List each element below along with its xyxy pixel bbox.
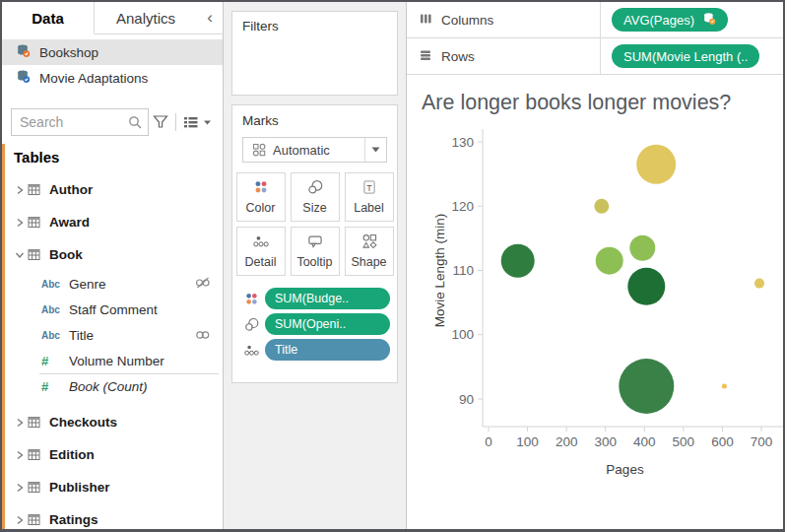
- columns-pill[interactable]: AVG(Pages): [612, 8, 728, 32]
- tab-data[interactable]: Data: [2, 2, 95, 34]
- chevron-right-icon[interactable]: [12, 217, 28, 229]
- search-box: [11, 108, 149, 136]
- field-label: Genre: [69, 277, 106, 292]
- marks-title: Marks: [239, 112, 390, 137]
- table-row-publisher[interactable]: Publisher: [2, 471, 223, 503]
- field-row-title[interactable]: AbcTitle: [2, 322, 223, 348]
- x-tick-label: 300: [594, 434, 617, 449]
- left-accent-bar: [2, 144, 5, 529]
- table-row-award[interactable]: Award: [2, 206, 223, 238]
- scatter-plot: 901001101201300100200300400500600700Movi…: [407, 123, 783, 490]
- spacer: [2, 399, 223, 406]
- filter-fields-icon[interactable]: [149, 114, 172, 129]
- field-row-genre[interactable]: AbcGenre: [2, 271, 223, 297]
- field-label: Title: [69, 328, 94, 343]
- field-row-staff-comment[interactable]: AbcStaff Comment: [2, 297, 223, 322]
- scatter-bubble[interactable]: [596, 247, 623, 275]
- x-tick-label: 0: [485, 434, 492, 449]
- table-row-book[interactable]: Book: [2, 238, 223, 271]
- chevron-right-icon[interactable]: [12, 514, 28, 526]
- connection-label: Movie Adaptations: [39, 71, 148, 86]
- scatter-bubble[interactable]: [594, 199, 609, 214]
- x-tick-label: 500: [673, 434, 695, 449]
- table-icon: [28, 216, 49, 229]
- chevron-right-icon[interactable]: [12, 482, 28, 494]
- scatter-bubble[interactable]: [636, 145, 676, 184]
- y-tick-label: 130: [451, 135, 474, 150]
- rows-shelf-label: Rows: [441, 49, 475, 64]
- connection-movie-adaptations[interactable]: Movie Adaptations: [2, 65, 223, 91]
- x-axis-title: Pages: [606, 462, 644, 477]
- scatter-bubble[interactable]: [754, 279, 764, 289]
- detail-button[interactable]: Detail: [236, 227, 286, 276]
- table-row-edition[interactable]: Edition: [2, 438, 223, 471]
- scatter-bubble[interactable]: [629, 235, 655, 261]
- scatter-bubble[interactable]: [501, 244, 535, 278]
- table-label: Author: [49, 182, 93, 197]
- rows-pill[interactable]: SUM(Movie Length (..: [612, 44, 759, 68]
- view-options-icon[interactable]: [179, 115, 217, 129]
- x-tick-label: 700: [751, 434, 773, 449]
- scatter-bubble[interactable]: [619, 359, 674, 414]
- table-icon: [28, 481, 49, 494]
- table-label: Award: [49, 215, 90, 230]
- field-row-volume-number[interactable]: #Volume Number: [2, 348, 223, 373]
- table-label: Edition: [49, 447, 95, 462]
- field-row-book-count[interactable]: #Book (Count): [2, 373, 223, 399]
- filters-shelf[interactable]: Filters: [231, 11, 398, 96]
- label-button[interactable]: T Label: [345, 172, 394, 222]
- columns-icon: [419, 12, 432, 29]
- color-icon: [253, 179, 269, 198]
- chevron-down-icon[interactable]: [12, 249, 28, 261]
- table-icon: [28, 448, 49, 461]
- table-row-author[interactable]: Author: [2, 173, 223, 206]
- mark-type-dropdown[interactable]: Automatic: [242, 137, 387, 163]
- x-tick-label: 400: [633, 434, 656, 449]
- tooltip-button[interactable]: Tooltip: [291, 227, 340, 276]
- worksheet-view: Are longer books longer movies? 90100110…: [407, 75, 783, 529]
- detail-icon: [253, 233, 269, 252]
- chevron-right-icon[interactable]: [12, 184, 28, 196]
- table-label: Ratings: [49, 512, 98, 527]
- chevron-right-icon[interactable]: [12, 449, 28, 461]
- rows-icon: [419, 48, 432, 65]
- pane-tabbar: Data Analytics ‹: [2, 2, 223, 34]
- columns-pill-area: AVG(Pages): [600, 2, 783, 37]
- table-icon: [28, 248, 49, 261]
- shelf-panel: Filters Marks Automatic Color Size T Lab…: [224, 2, 407, 529]
- marks-pill[interactable]: SUM(Openi..: [265, 313, 390, 335]
- size-button[interactable]: Size: [291, 172, 340, 222]
- mark-type-value: Automatic: [273, 143, 330, 158]
- text-datatype-icon: Abc: [41, 279, 69, 290]
- rows-shelf[interactable]: Rows SUM(Movie Length (..: [407, 38, 783, 75]
- chart-title[interactable]: Are longer books longer movies?: [422, 88, 747, 118]
- table-icon: [28, 416, 49, 429]
- rows-pill-label: SUM(Movie Length (..: [623, 49, 748, 64]
- scatter-bubble[interactable]: [722, 384, 727, 389]
- link-icon: [195, 328, 211, 343]
- text-datatype-icon: Abc: [41, 330, 69, 341]
- color-button[interactable]: Color: [236, 172, 286, 222]
- chevron-right-icon[interactable]: [12, 417, 28, 429]
- marks-pill[interactable]: Title: [265, 339, 390, 361]
- columns-shelf[interactable]: Columns AVG(Pages): [407, 2, 783, 38]
- shape-button[interactable]: Shape: [345, 227, 394, 276]
- table-row-checkouts[interactable]: Checkouts: [2, 406, 223, 438]
- collapse-pane-icon[interactable]: ‹: [197, 2, 223, 33]
- number-datatype-icon: #: [41, 379, 69, 394]
- marks-card: Marks Automatic Color Size T Label Detai…: [231, 104, 398, 383]
- connection-bookshop[interactable]: Bookshop: [2, 39, 223, 65]
- filters-title: Filters: [242, 19, 279, 33]
- table-row-ratings[interactable]: Ratings: [2, 503, 223, 532]
- table-label: Book: [49, 247, 83, 262]
- chevron-down-icon[interactable]: [364, 138, 386, 162]
- number-datatype-icon: #: [41, 354, 69, 368]
- search-row: [11, 107, 217, 136]
- connection-label: Bookshop: [39, 45, 98, 60]
- scatter-bubble[interactable]: [627, 268, 665, 305]
- marks-pill[interactable]: SUM(Budge..: [265, 288, 390, 309]
- unlink-icon: [195, 277, 211, 292]
- table-icon: [28, 183, 49, 196]
- tab-analytics[interactable]: Analytics: [95, 2, 197, 33]
- tooltip-icon: [307, 233, 323, 252]
